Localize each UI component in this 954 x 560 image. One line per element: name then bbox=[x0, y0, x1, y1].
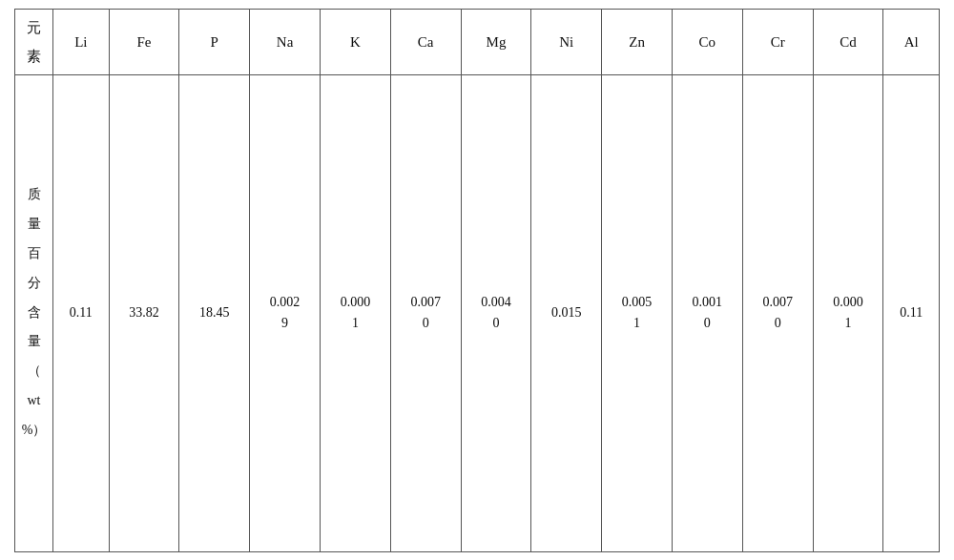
value-mg: 0.0040 bbox=[461, 74, 531, 551]
element-label: 元 bbox=[27, 20, 41, 35]
header-row: 元 素 Li Fe P Na K Ca Mg Ni Zn Co Cr Cd Al bbox=[15, 9, 940, 74]
value-cr: 0.0070 bbox=[742, 74, 813, 551]
col-header-mg: Mg bbox=[461, 9, 531, 74]
value-al: 0.11 bbox=[883, 74, 940, 551]
value-p: 18.45 bbox=[179, 74, 250, 551]
col-header-ni: Ni bbox=[531, 9, 602, 74]
col-header-cd: Cd bbox=[813, 9, 883, 74]
data-row-mass: 质量百分含量（wt%） 0.11 33.82 18.45 0.0029 0.00… bbox=[15, 74, 940, 551]
value-cd: 0.0001 bbox=[813, 74, 883, 551]
value-zn: 0.0051 bbox=[602, 74, 673, 551]
main-table-wrapper: 元 素 Li Fe P Na K Ca Mg Ni Zn Co Cr Cd Al bbox=[14, 9, 940, 552]
row-label-header: 元 素 bbox=[15, 9, 53, 74]
value-ca: 0.0070 bbox=[390, 74, 461, 551]
mass-row-label: 质量百分含量（wt%） bbox=[15, 74, 53, 551]
value-co: 0.0010 bbox=[672, 74, 742, 551]
col-header-cr: Cr bbox=[742, 9, 813, 74]
col-header-li: Li bbox=[53, 9, 110, 74]
col-header-fe: Fe bbox=[109, 9, 179, 74]
col-header-al: Al bbox=[883, 9, 940, 74]
value-li: 0.11 bbox=[53, 74, 110, 551]
col-header-zn: Zn bbox=[602, 9, 673, 74]
data-table: 元 素 Li Fe P Na K Ca Mg Ni Zn Co Cr Cd Al bbox=[14, 9, 940, 552]
col-header-ca: Ca bbox=[390, 9, 461, 74]
value-fe: 33.82 bbox=[109, 74, 179, 551]
element-label2: 素 bbox=[27, 49, 41, 64]
value-k: 0.0001 bbox=[320, 74, 390, 551]
value-ni: 0.015 bbox=[531, 74, 602, 551]
col-header-p: P bbox=[179, 9, 250, 74]
col-header-co: Co bbox=[672, 9, 742, 74]
col-header-na: Na bbox=[250, 9, 321, 74]
value-na: 0.0029 bbox=[250, 74, 321, 551]
col-header-k: K bbox=[320, 9, 390, 74]
